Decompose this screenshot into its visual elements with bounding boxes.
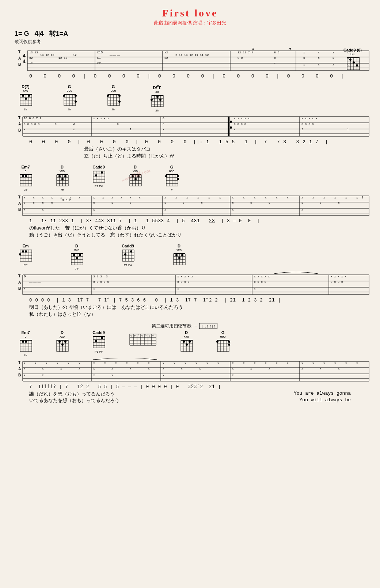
svg-text:x: x [139, 196, 141, 199]
svg-point-292 [22, 250, 24, 253]
svg-text:x: x [181, 367, 183, 370]
svg-text:x: x [301, 201, 303, 205]
svg-text:12 12: 12 12 [58, 56, 67, 60]
svg-text:x: x [79, 361, 80, 365]
numbers-1: 0 0 0 0 | 0 0 0 0 | 0 0 0 0 | 0 0 0 0 | … [11, 73, 369, 79]
svg-text:x: x [117, 122, 119, 125]
svg-point-210 [165, 175, 167, 177]
svg-text:x: x [42, 367, 44, 370]
svg-text:2: 2 [73, 122, 75, 125]
svg-point-384 [58, 341, 61, 343]
strum-annotation: 第二遍可用扫弦节奏: ← ↓ ↓↑ ↑↓↑ [11, 323, 358, 329]
svg-text:x: x [93, 201, 95, 205]
tab-staff-4: T A B 0 — — — x 3 2 2 3 x x x x x x x x … [18, 272, 376, 297]
svg-text:x: x [24, 361, 26, 365]
svg-text:x: x [265, 196, 267, 199]
svg-point-126 [230, 121, 232, 123]
svg-point-198 [134, 178, 137, 180]
svg-text:x: x [42, 208, 44, 211]
svg-text:x: x [217, 361, 219, 365]
svg-text:x: x [60, 367, 62, 370]
subtitle: 此谱由约瑟网提供 演唱：宇多田光 [11, 20, 369, 26]
svg-text:1: 1 [130, 128, 132, 131]
svg-text:x: x [42, 196, 44, 199]
svg-text:x: x [121, 196, 122, 199]
svg-text:x: x [102, 196, 104, 199]
svg-point-161 [25, 175, 27, 177]
svg-text:x: x [301, 361, 303, 365]
page: First love 此谱由约瑟网提供 演唱：宇多田光 1= G 44 转1=A… [0, 0, 380, 588]
svg-text:x: x [130, 196, 132, 199]
svg-text:x: x [208, 196, 210, 199]
svg-text:x: x [334, 196, 336, 199]
svg-text:x1: x1 [97, 56, 101, 60]
svg-text:x: x [93, 361, 95, 365]
svg-text:x: x [111, 373, 113, 377]
svg-text:x: x [93, 367, 95, 370]
lyrics-2-1: 最后（さいご）のキスはタバコ [11, 146, 369, 152]
svg-text:v: v [141, 334, 143, 337]
svg-text:x: x [111, 196, 113, 199]
svg-text:x: x [104, 361, 106, 365]
chord-diagram-cadd9-8 [344, 56, 361, 71]
svg-text:x: x [79, 196, 80, 199]
svg-text:x: x [318, 50, 320, 54]
section-3: Em7 o 7fr [11, 165, 369, 238]
svg-text:x: x [243, 361, 245, 365]
svg-text:B: B [18, 128, 21, 132]
svg-text:x: x [51, 201, 53, 205]
chord-g-2: G ooo 2fr [106, 84, 121, 111]
svg-point-307 [79, 254, 81, 256]
svg-text:x: x [301, 196, 303, 199]
lyrics-3-2: 動（うご）き出（だ）そうとしてる 忘（わす）れたくないことばかり [11, 232, 369, 238]
svg-point-71 [22, 95, 24, 97]
svg-text:x: x [232, 201, 234, 205]
svg-text:x: x [186, 196, 188, 199]
svg-point-97 [107, 95, 109, 97]
svg-text:B: B [18, 208, 21, 212]
svg-text:x2: x2 [164, 56, 168, 60]
svg-text:x: x [164, 196, 166, 199]
chord-d-sharpf: D/#F xo 2fr [150, 84, 164, 112]
svg-point-111 [156, 96, 159, 98]
svg-text:x: x [323, 196, 325, 199]
svg-text:x: x [287, 361, 289, 365]
svg-text:^: ^ [152, 334, 154, 337]
svg-text:14 12 12: 14 12 12 [40, 53, 54, 57]
chord-cadd9-8: Cadd9 (8) BK [343, 48, 362, 72]
svg-text:— — —: — — — [109, 53, 120, 57]
svg-point-373 [25, 341, 27, 343]
chord-g-1: G ooo 2fr [62, 84, 77, 111]
svg-point-11 [353, 61, 355, 64]
svg-text:x: x [195, 361, 197, 365]
svg-point-385 [61, 344, 64, 346]
svg-text:x: x [57, 361, 58, 365]
svg-text:x: x [301, 208, 303, 211]
chord-cadd9-2: Cadd9 P1 P# [121, 244, 135, 267]
svg-point-186 [101, 171, 103, 174]
svg-point-331 [178, 257, 180, 259]
svg-text:x: x [250, 367, 252, 370]
svg-text:v: v [149, 334, 150, 337]
svg-text:x: x [254, 287, 256, 290]
svg-text:x: x [250, 201, 252, 205]
svg-point-10 [349, 58, 352, 61]
svg-text:x2: x2 [29, 62, 33, 65]
svg-text:x x x x: x x x x [254, 280, 266, 284]
strum-grid: v v ^ v ^ v ^ [128, 332, 157, 348]
svg-point-294 [19, 253, 21, 255]
svg-text:x: x [318, 62, 320, 66]
numbers-3: 1 1• 11 233 1 | 3• 443 311 7 | 1 1 5533 … [11, 219, 369, 224]
svg-point-211 [177, 175, 179, 177]
chord-d-2: D xxo [128, 165, 142, 188]
svg-text:x: x [163, 367, 164, 370]
svg-text:x: x [312, 196, 314, 199]
svg-text:4: 4 [23, 53, 26, 58]
svg-text:A: A [18, 367, 21, 371]
chord-em7-2: Em7 o 7fr [18, 330, 33, 357]
svg-point-72 [25, 98, 27, 100]
svg-text:x x x x x: x x x x x [93, 117, 109, 120]
svg-text:x: x [93, 287, 95, 290]
svg-text:x: x [265, 361, 267, 365]
chord-d-3: D xxo 7fr [69, 244, 84, 270]
